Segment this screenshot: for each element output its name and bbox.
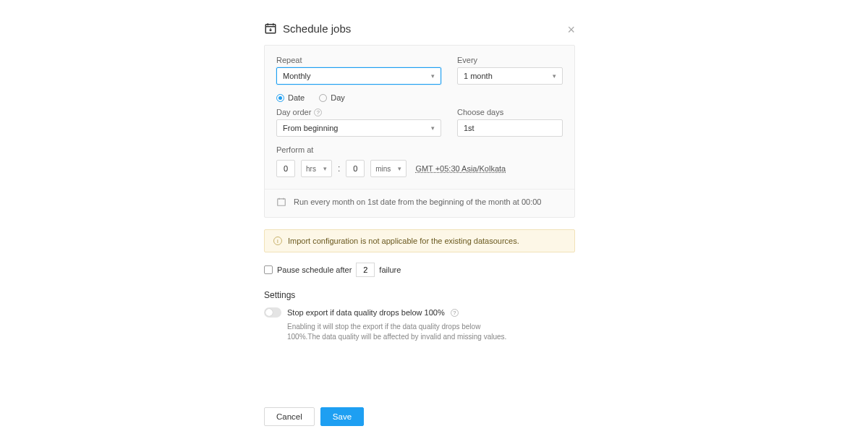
every-select[interactable]: 1 month ▾ (457, 67, 563, 85)
chevron-down-icon: ▾ (398, 165, 401, 172)
every-value: 1 month (464, 72, 493, 80)
pause-count-input[interactable] (356, 263, 375, 277)
radio-date-label: Date (288, 93, 305, 102)
calendar-icon (264, 22, 277, 35)
mode-radio-group: Date Day (276, 93, 563, 102)
pause-suffix: failure (379, 265, 401, 274)
day-order-field: Day order ? From beginning ▾ (276, 108, 441, 137)
stop-export-toggle[interactable] (264, 307, 281, 318)
settings-heading: Settings (264, 290, 575, 300)
radio-day-label: Day (331, 93, 345, 102)
help-icon[interactable]: ? (314, 109, 322, 116)
hours-input[interactable]: 0 (276, 160, 295, 177)
cancel-button[interactable]: Cancel (264, 407, 315, 426)
perform-at-label: Perform at (276, 145, 563, 154)
hours-unit-select[interactable]: hrs▾ (301, 160, 332, 177)
radio-dot-icon (276, 94, 284, 102)
schedule-card: Repeat Monthly ▾ Every 1 month ▾ Date (264, 45, 575, 218)
panel-title: Schedule jobs (283, 22, 351, 35)
schedule-jobs-panel: Schedule jobs × Repeat Monthly ▾ Every 1… (264, 22, 575, 341)
time-colon: : (338, 163, 340, 174)
radio-dot-icon (319, 94, 327, 102)
day-order-value: From beginning (283, 124, 338, 132)
perform-at-field: Perform at 0 hrs▾ : 0 mins▾ GMT +05:30 A… (276, 145, 563, 177)
footer-actions: Cancel Save (264, 407, 364, 434)
every-label: Every (457, 56, 563, 64)
schedule-summary: Run every month on 1st date from the beg… (276, 197, 563, 207)
radio-date[interactable]: Date (276, 93, 305, 102)
chevron-down-icon: ▾ (431, 124, 435, 132)
stop-export-label: Stop export if data quality drops below … (287, 308, 445, 317)
info-icon: i (273, 237, 282, 245)
svg-rect-1 (278, 199, 286, 205)
repeat-select[interactable]: Monthly ▾ (276, 67, 441, 85)
pause-schedule-row: Pause schedule after failure (264, 263, 575, 277)
radio-day[interactable]: Day (319, 93, 345, 102)
stop-export-desc: Enabling it will stop the export if the … (287, 322, 511, 341)
repeat-field: Repeat Monthly ▾ (276, 56, 441, 85)
alert-text: Import configuration is not applicable f… (288, 237, 519, 245)
import-config-alert: i Import configuration is not applicable… (264, 229, 575, 252)
mins-unit-select[interactable]: mins▾ (370, 160, 407, 177)
repeat-label: Repeat (276, 56, 441, 64)
every-field: Every 1 month ▾ (457, 56, 563, 85)
day-order-label: Day order ? (276, 108, 441, 116)
chevron-down-icon: ▾ (553, 72, 556, 80)
mins-input[interactable]: 0 (346, 160, 365, 177)
save-button[interactable]: Save (320, 407, 364, 426)
divider (265, 189, 574, 190)
choose-days-label: Choose days (457, 108, 563, 116)
summary-text: Run every month on 1st date from the beg… (294, 197, 541, 206)
repeat-value: Monthly (283, 72, 311, 80)
pause-prefix: Pause schedule after (277, 265, 352, 274)
choose-days-field: Choose days 1st (457, 108, 563, 137)
pause-checkbox[interactable] (264, 265, 273, 274)
help-icon[interactable]: ? (451, 309, 459, 317)
choose-days-select[interactable]: 1st (457, 119, 563, 137)
chevron-down-icon: ▾ (323, 165, 327, 172)
choose-days-value: 1st (464, 124, 475, 132)
timezone-link[interactable]: GMT +05:30 Asia/Kolkata (415, 164, 506, 173)
day-order-select[interactable]: From beginning ▾ (276, 119, 441, 137)
stop-export-row: Stop export if data quality drops below … (264, 307, 575, 318)
close-icon[interactable]: × (567, 23, 575, 36)
calendar-icon (276, 197, 286, 207)
panel-header: Schedule jobs × (264, 22, 575, 35)
chevron-down-icon: ▾ (431, 72, 435, 80)
